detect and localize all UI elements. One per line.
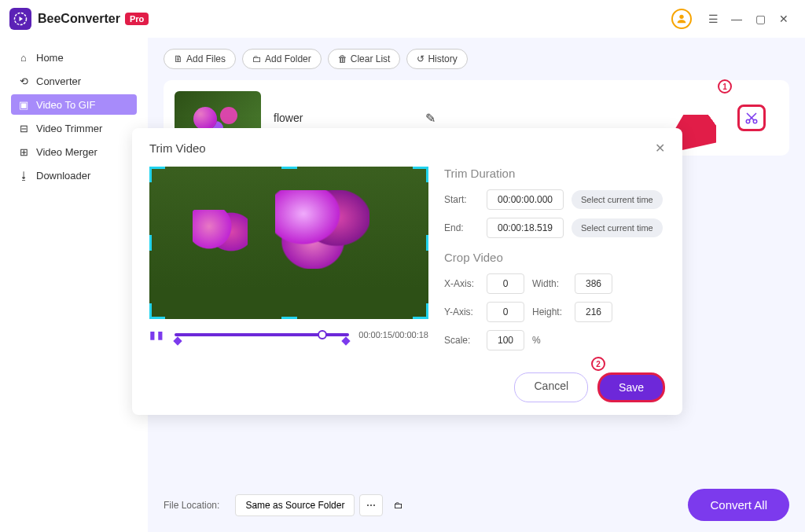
height-label: Height: [532, 306, 567, 317]
file-icon: 🗎 [174, 53, 183, 64]
trim-button[interactable]: 1 [737, 105, 766, 131]
x-axis-input[interactable]: 0 [487, 273, 524, 294]
download-icon: ⭳ [17, 169, 30, 182]
modal-title: Trim Video [149, 141, 206, 155]
convert-all-button[interactable]: Convert All [688, 489, 789, 521]
svg-point-2 [746, 119, 750, 123]
add-folder-button[interactable]: 🗀Add Folder [242, 49, 322, 69]
maximize-button[interactable]: ▢ [751, 9, 770, 28]
width-input[interactable]: 386 [575, 273, 612, 294]
modal-close-button[interactable]: ✕ [655, 141, 665, 156]
browse-location-button[interactable]: ⋯ [359, 494, 383, 516]
nav-video-to-gif[interactable]: ▣Video To GIF [11, 94, 137, 115]
percent-sign: % [532, 335, 541, 346]
close-button[interactable]: ✕ [774, 9, 793, 28]
sidebar: ⌂Home ⟲Converter ▣Video To GIF ⊟Video Tr… [0, 38, 148, 532]
scale-label: Scale: [444, 335, 479, 346]
svg-point-1 [679, 15, 683, 19]
time-display: 00:00:15/00:00:18 [358, 330, 428, 339]
crop-video-heading: Crop Video [444, 251, 665, 264]
folder-icon: 🗀 [252, 53, 262, 64]
nav-video-merger[interactable]: ⊞Video Merger [11, 141, 137, 162]
file-location-label: File Location: [164, 500, 219, 511]
annotation-1: 1 [718, 79, 732, 94]
edit-name-icon[interactable]: ✎ [425, 111, 436, 126]
select-current-end-button[interactable]: Select current time [572, 218, 663, 237]
start-label: Start: [444, 194, 479, 205]
clear-list-button[interactable]: 🗑Clear List [328, 49, 401, 69]
add-files-button[interactable]: 🗎Add Files [164, 49, 236, 69]
nav-downloader[interactable]: ⭳Downloader [11, 165, 137, 185]
x-axis-label: X-Axis: [444, 278, 479, 289]
merge-icon: ⊞ [17, 145, 30, 158]
app-name: BeeConverter [38, 12, 120, 26]
width-label: Width: [532, 278, 567, 289]
range-end-handle[interactable] [342, 336, 351, 345]
open-folder-icon[interactable]: 🗀 [388, 495, 410, 515]
pause-button[interactable]: ▮▮ [149, 328, 165, 341]
nav-home[interactable]: ⌂Home [11, 47, 137, 68]
converter-icon: ⟲ [17, 75, 30, 87]
annotation-2: 2 [591, 357, 605, 371]
file-location-select[interactable]: Same as Source Folder [235, 494, 355, 516]
progress-slider[interactable] [175, 327, 349, 343]
end-label: End: [444, 222, 479, 233]
trim-video-modal: Trim Video ✕ ▮▮ [132, 128, 682, 415]
history-icon: ↺ [417, 53, 425, 64]
app-logo [9, 8, 31, 30]
save-button[interactable]: Save [597, 372, 665, 402]
nav-converter[interactable]: ⟲Converter [11, 71, 137, 91]
file-name: flower [274, 112, 303, 124]
home-icon: ⌂ [17, 51, 30, 64]
cancel-button[interactable]: Cancel [514, 372, 588, 402]
select-current-start-button[interactable]: Select current time [572, 190, 663, 209]
pro-badge: Pro [125, 13, 149, 25]
trash-icon: 🗑 [338, 53, 347, 64]
gif-icon: ▣ [17, 98, 30, 111]
end-time-input[interactable]: 00:00:18.519 [487, 218, 564, 238]
minimize-button[interactable]: — [727, 9, 746, 28]
account-icon[interactable] [671, 9, 692, 29]
start-time-input[interactable]: 00:00:00.000 [487, 189, 564, 210]
height-input[interactable]: 216 [575, 302, 612, 322]
menu-icon[interactable]: ☰ [704, 9, 722, 28]
trim-duration-heading: Trim Duration [444, 167, 665, 180]
crop-handles[interactable] [149, 167, 428, 319]
nav-video-trimmer[interactable]: ⊟Video Trimmer [11, 118, 137, 138]
svg-point-3 [753, 119, 757, 123]
y-axis-label: Y-Axis: [444, 306, 479, 317]
trim-icon: ⊟ [17, 122, 30, 134]
history-button[interactable]: ↺History [406, 49, 467, 69]
video-preview[interactable] [149, 167, 428, 319]
y-axis-input[interactable]: 0 [487, 302, 524, 322]
scale-input[interactable]: 100 [487, 330, 524, 350]
range-start-handle[interactable] [173, 336, 182, 345]
